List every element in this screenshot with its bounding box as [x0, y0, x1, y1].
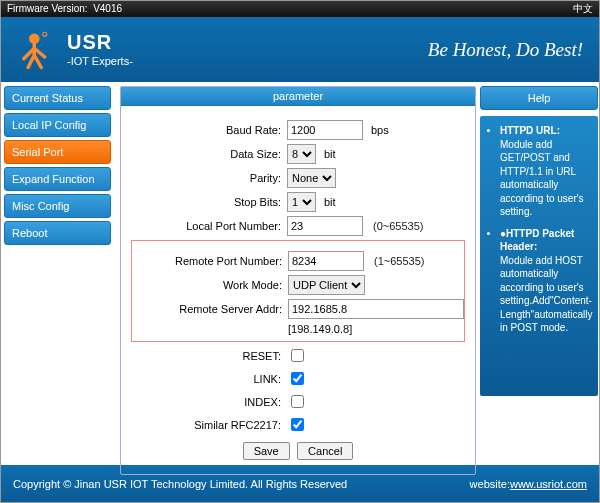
- help-box: HTTPD URL:Module add GET/POST and HTTP/1…: [480, 116, 598, 396]
- remoteaddr-resolved: [198.149.0.8]: [288, 323, 464, 335]
- panel-title: parameter: [121, 87, 475, 106]
- brand-sub: -IOT Experts-: [67, 55, 133, 67]
- help-item: HTTPD URL:Module add GET/POST and HTTP/1…: [500, 124, 592, 219]
- rfc2217-label: Similar RFC2217:: [131, 419, 281, 431]
- help-item: ●HTTPD Packet Header:Module add HOST aut…: [500, 227, 592, 335]
- workmode-select[interactable]: UDP Client: [288, 275, 365, 295]
- parameter-panel: parameter Baud Rate: bps Data Size: 8: [120, 86, 476, 475]
- stopbits-label: Stop Bits:: [131, 196, 281, 208]
- highlight-box: Remote Port Number: (1~65535) Work Mode:…: [131, 240, 465, 342]
- remoteaddr-input[interactable]: [288, 299, 464, 319]
- menu-item-reboot[interactable]: Reboot: [4, 221, 111, 245]
- cancel-button[interactable]: [297, 442, 353, 460]
- datasize-select[interactable]: 8: [287, 144, 316, 164]
- rfc2217-checkbox[interactable]: [291, 418, 304, 431]
- baud-input[interactable]: [287, 120, 363, 140]
- reset-label: RESET:: [131, 350, 281, 362]
- workmode-label: Work Mode:: [132, 279, 282, 291]
- remoteaddr-label: Remote Server Addr:: [132, 303, 282, 315]
- menu-item-current-status[interactable]: Current Status: [4, 86, 111, 110]
- datasize-label: Data Size:: [131, 148, 281, 160]
- parity-label: Parity:: [131, 172, 281, 184]
- localport-input[interactable]: [287, 216, 363, 236]
- menu-item-expand-function[interactable]: Expand Function: [4, 167, 111, 191]
- baud-unit: bps: [371, 124, 389, 136]
- menu-item-misc-config[interactable]: Misc Config: [4, 194, 111, 218]
- top-bar: Firmware Version: V4016 中文: [1, 1, 599, 17]
- brand-name: USR: [67, 32, 133, 52]
- parity-select[interactable]: None: [287, 168, 336, 188]
- reset-checkbox[interactable]: [291, 349, 304, 362]
- remoteport-label: Remote Port Number:: [132, 255, 282, 267]
- help-button[interactable]: Help: [480, 86, 598, 110]
- menu-item-local-ip-config[interactable]: Local IP Config: [4, 113, 111, 137]
- lang-toggle[interactable]: 中文: [573, 1, 593, 17]
- menu-item-serial-port[interactable]: Serial Port: [4, 140, 111, 164]
- link-label: LINK:: [131, 373, 281, 385]
- link-checkbox[interactable]: [291, 372, 304, 385]
- svg-point-1: [43, 32, 47, 36]
- copyright-text: Copyright © Jinan USR IOT Technology Lim…: [13, 478, 347, 490]
- localport-hint: (0~65535): [373, 220, 423, 232]
- website-link[interactable]: www.usriot.com: [510, 478, 587, 490]
- left-menu: Current StatusLocal IP ConfigSerial Port…: [1, 82, 114, 465]
- firmware-version: Firmware Version: V4016: [7, 1, 122, 17]
- remoteport-hint: (1~65535): [374, 255, 424, 267]
- banner: USR -IOT Experts- Be Honest, Do Best!: [1, 17, 599, 82]
- save-button[interactable]: [243, 442, 290, 460]
- stopbits-select[interactable]: 1: [287, 192, 316, 212]
- index-checkbox[interactable]: [291, 395, 304, 408]
- datasize-unit: bit: [324, 148, 336, 160]
- brand-logo-icon: [15, 29, 57, 71]
- brand-tagline: Be Honest, Do Best!: [428, 39, 583, 61]
- localport-label: Local Port Number:: [131, 220, 281, 232]
- index-label: INDEX:: [131, 396, 281, 408]
- website-label: website:: [470, 478, 510, 490]
- baud-label: Baud Rate:: [131, 124, 281, 136]
- stopbits-unit: bit: [324, 196, 336, 208]
- remoteport-input[interactable]: [288, 251, 364, 271]
